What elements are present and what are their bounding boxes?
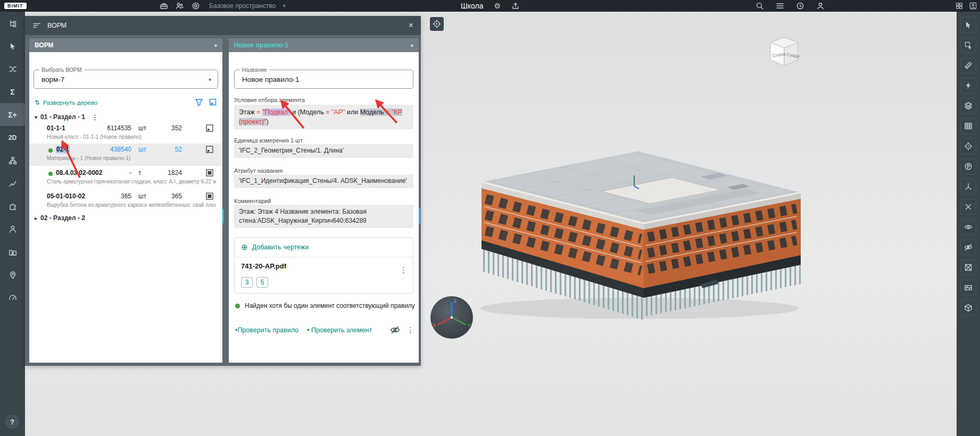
quick-action-button[interactable]	[960, 78, 976, 94]
sidebar-item-sum[interactable]: Σ	[0, 80, 25, 103]
measure-button[interactable]	[960, 57, 976, 73]
axes-tool-button[interactable]	[960, 179, 976, 195]
select-box-button[interactable]	[960, 37, 976, 53]
drawing-file-name[interactable]: 741-20-AP.pdf	[241, 262, 286, 270]
condition-expression[interactable]: Этаж = "Подвал" и (Модель = "АР" или Мод…	[234, 105, 413, 129]
eye-off-icon[interactable]	[390, 325, 400, 335]
row-count: 1824	[160, 169, 182, 177]
parking-mode-button[interactable]	[960, 158, 976, 174]
sidebar-item-users[interactable]	[0, 217, 25, 240]
unit-value[interactable]: 'IFC_2_Геометрия_Стены/1. Длина'	[234, 144, 413, 158]
vorm-select-value: ворм-7	[41, 76, 64, 83]
layers-button[interactable]	[960, 98, 976, 114]
rule-scrollbar[interactable]	[419, 208, 420, 224]
sidebar-item-links[interactable]	[0, 57, 25, 80]
apps-icon[interactable]	[956, 2, 963, 10]
org-chart-icon	[9, 156, 17, 165]
rule-filled-icon[interactable]	[206, 169, 213, 179]
drawing-page-chip[interactable]: 5	[256, 277, 268, 288]
rule-column-header[interactable]: Новое правило-1 ▾	[229, 38, 419, 52]
wall-section-button[interactable]	[960, 280, 976, 296]
tree-section[interactable]: ▾ 01 - Раздел - 1 ⋮	[29, 112, 222, 122]
sidebar-item-2d[interactable]: 2D	[0, 126, 25, 149]
check-element-button[interactable]: • Проверить элемент	[307, 326, 372, 334]
kebab-icon[interactable]: ⋮	[400, 265, 408, 275]
row-unit: шт	[138, 192, 146, 200]
focus-selection-button[interactable]	[960, 138, 976, 154]
account-icon[interactable]	[969, 2, 977, 10]
add-drawings-label: Добавить чертежи	[252, 244, 309, 251]
sidebar-item-contacts[interactable]	[0, 263, 25, 286]
comment-label: Комментарий	[234, 198, 271, 204]
left-sidebar: Σ Σ+ 2D	[0, 12, 25, 436]
select-tool-button[interactable]	[960, 17, 976, 33]
toolbox-icon[interactable]	[160, 2, 168, 10]
vorm-tree-column: ВОРМ ▾ Выбрать ВОРМ ворм-7 ▾ ⇅ Развернут…	[29, 38, 222, 363]
users-icon[interactable]	[176, 2, 184, 10]
close-icon[interactable]: ×	[409, 21, 413, 30]
vorm-select[interactable]: Выбрать ВОРМ ворм-7 ▾	[34, 70, 218, 89]
sidebar-item-model-tree[interactable]	[0, 12, 25, 35]
rule-frame-icon[interactable]	[206, 146, 213, 155]
table-row[interactable]: 08.4.03.02-0002 - т 1824 Сталь арматурна…	[29, 167, 222, 189]
tree-section-label: 01 - Раздел - 1	[40, 113, 85, 121]
workspace-select[interactable]: Базовое пространство ▾	[209, 0, 286, 12]
list-icon[interactable]	[776, 2, 784, 10]
panel-menu-icon[interactable]	[32, 21, 41, 30]
kebab-icon[interactable]: ⋮	[92, 113, 98, 121]
sidebar-item-sum-plus[interactable]: Σ+	[0, 103, 25, 126]
tree-scrollbar[interactable]	[222, 209, 224, 223]
sidebar-item-graph[interactable]	[0, 172, 25, 195]
row-unit: шт	[138, 124, 146, 132]
sigma-icon: Σ	[10, 88, 14, 96]
tree-section[interactable]: ▸ 02 - Раздел - 2	[29, 213, 222, 223]
workspace-select-value: Базовое пространство	[209, 2, 276, 10]
sidebar-item-hierarchy[interactable]	[0, 149, 25, 172]
swap-icon: ⇅	[35, 99, 40, 106]
rule-filled-icon[interactable]	[206, 192, 213, 202]
navigation-gizmo[interactable]: Z X Y	[428, 294, 475, 341]
hide-button[interactable]	[960, 239, 976, 255]
attribute-value[interactable]: 'IFC_1_Идентификация_Стены/4. ADSK_Наиме…	[234, 174, 413, 188]
user-icon[interactable]	[816, 2, 825, 10]
rule-name-field[interactable]: Название Новое правило-1	[234, 70, 413, 89]
app-logo[interactable]: BIMIT	[4, 3, 27, 9]
sidebar-item-dashboard[interactable]	[0, 286, 25, 309]
kebab-icon[interactable]: ⋮	[406, 325, 414, 335]
frame-icon[interactable]	[209, 98, 217, 106]
help-button[interactable]: ?	[5, 415, 19, 429]
tree-column-title: ВОРМ	[35, 41, 54, 49]
filter-icon[interactable]	[195, 98, 203, 106]
focus-model-button[interactable]	[430, 17, 444, 31]
search-icon[interactable]	[755, 2, 764, 10]
person-pin-icon	[9, 271, 17, 279]
isolate-button[interactable]	[960, 259, 976, 275]
grid-button[interactable]	[960, 118, 976, 134]
rule-frame-icon[interactable]	[206, 124, 213, 134]
show-button[interactable]	[960, 219, 976, 235]
check-rule-button[interactable]: •Проверить правило	[235, 326, 298, 334]
add-drawings-button[interactable]: ⊕ Добавить чертежи	[241, 242, 309, 252]
condition-label: Условие отбора элемента	[234, 97, 305, 103]
row-code: 01-1-1	[47, 124, 65, 132]
table-row[interactable]: 01-1-1 6114535 шт 352 Новый класс - 01-1…	[29, 122, 222, 142]
gear-icon[interactable]: ⚙	[494, 2, 501, 10]
section-box-button[interactable]	[960, 300, 976, 316]
select-box-icon	[964, 41, 973, 49]
rule-column-title: Новое правило-1	[234, 41, 288, 49]
drawing-page-chip[interactable]: 3	[241, 277, 253, 288]
tree-column-header[interactable]: ВОРМ ▾	[29, 38, 222, 52]
spaces-icon[interactable]	[192, 2, 200, 10]
sidebar-item-select[interactable]	[0, 35, 25, 57]
sidebar-item-plugins[interactable]	[0, 195, 25, 217]
sidebar-item-roles[interactable]	[0, 240, 25, 263]
comment-value[interactable]: Этаж: Этаж 4 Название элемента: Базовая …	[234, 205, 413, 228]
history-icon[interactable]	[796, 2, 804, 10]
expand-tree-link[interactable]: ⇅ Развернуть дерево	[35, 99, 97, 106]
share-icon[interactable]	[511, 2, 520, 10]
view-cube[interactable]: Слева Сзади	[765, 33, 803, 71]
table-row-selected[interactable]: 02-1 438540 шт 52 Материалы - 1 (Новое п…	[29, 144, 222, 166]
row-code: 08.4.03.02-0002	[56, 169, 102, 177]
clear-selection-button[interactable]	[960, 199, 976, 215]
table-row[interactable]: 05-01-010-02 365 шт 365 Вырубка бетона и…	[29, 190, 222, 212]
